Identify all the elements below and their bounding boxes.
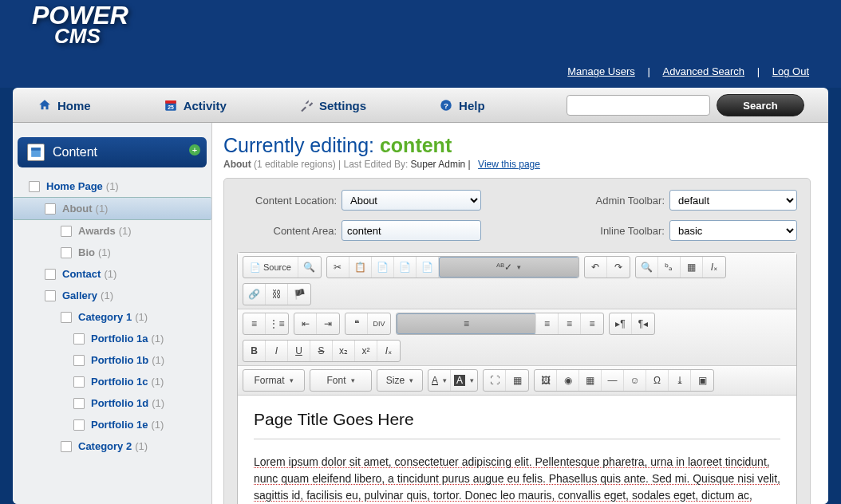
content-area-input[interactable] [342, 220, 481, 241]
smiley-button[interactable]: ☺ [624, 370, 646, 391]
sidebar-item-category-1[interactable]: Category 1 (1) [13, 306, 211, 328]
textcolor-button[interactable]: A [428, 370, 451, 391]
sidebar-item-home-page[interactable]: Home Page (1) [13, 175, 211, 197]
page-icon [73, 398, 85, 409]
strike-button[interactable]: S [310, 341, 333, 361]
page-icon [45, 269, 56, 280]
inline-toolbar-select[interactable]: basic [669, 220, 797, 241]
link-button[interactable]: 🔗 [243, 284, 266, 305]
undo-button[interactable]: ↶ [585, 257, 607, 278]
flash-button[interactable]: ◉ [557, 370, 579, 391]
paste-text-button[interactable]: 📄 [394, 257, 417, 278]
nav-activity[interactable]: 25 Activity [163, 97, 227, 113]
sidebar-item-portfolio-1b[interactable]: Portfolio 1b (1) [13, 349, 211, 371]
find-button[interactable]: 🔍 [636, 257, 658, 278]
calendar-icon: 25 [163, 97, 179, 113]
home-icon [37, 97, 53, 113]
superscript-button[interactable]: x² [355, 341, 377, 361]
page-icon [73, 419, 85, 431]
nav-home[interactable]: Home [37, 97, 91, 113]
page-icon [73, 355, 85, 366]
view-page-link[interactable]: View this page [478, 159, 540, 170]
sidebar-item-contact[interactable]: Contact (1) [13, 263, 211, 285]
italic-button[interactable]: I [266, 341, 288, 361]
preview-button[interactable]: 🔍 [298, 257, 321, 278]
iframe-button[interactable]: ▣ [691, 370, 713, 391]
removeformat-button[interactable]: Iₓ [703, 257, 725, 278]
sidebar-item-gallery[interactable]: Gallery (1) [13, 285, 211, 306]
alignjustify-button[interactable]: ≡ [581, 313, 603, 334]
sidebar-item-category-2[interactable]: Category 2 (1) [13, 435, 211, 457]
subscript-button[interactable]: x₂ [333, 341, 355, 361]
numlist-button[interactable]: ≡ [243, 313, 266, 334]
nav-settings[interactable]: Settings [298, 97, 366, 113]
page-subline: About (1 editable regions) | Last Edited… [223, 159, 811, 170]
paste-word-button[interactable]: 📄 [417, 257, 439, 278]
selectall-button[interactable]: ▦ [681, 257, 703, 278]
sidebar-item-bio[interactable]: Bio (1) [13, 242, 211, 263]
spellcheck-button[interactable]: ᴬᴮ✓ [439, 257, 578, 278]
manage-users-link[interactable]: Manage Users [567, 65, 635, 77]
redo-button[interactable]: ↷ [607, 257, 630, 278]
rtl-button[interactable]: ¶◂ [632, 313, 654, 334]
admin-toolbar-select[interactable]: default [669, 190, 797, 211]
sidebar-header-label: Content [53, 145, 97, 159]
nav-activity-label: Activity [184, 99, 227, 112]
sidebar-item-portfolio-1d[interactable]: Portfolio 1d (1) [13, 392, 211, 414]
alignright-button[interactable]: ≡ [559, 313, 581, 334]
underline-button[interactable]: U [288, 341, 310, 361]
ltr-button[interactable]: ▸¶ [610, 313, 632, 334]
help-icon: ? [438, 97, 454, 113]
hr-button[interactable]: — [602, 370, 624, 391]
copy-button[interactable]: 📋 [349, 257, 372, 278]
search-button[interactable]: Search [717, 94, 804, 116]
sidebar-item-portfolio-1c[interactable]: Portfolio 1c (1) [13, 371, 211, 392]
advanced-search-link[interactable]: Advanced Search [662, 65, 744, 77]
removeformat2-button[interactable]: Iₓ [377, 341, 400, 361]
sidebar-item-awards[interactable]: Awards (1) [13, 220, 211, 242]
outdent-button[interactable]: ⇤ [294, 313, 317, 334]
div-button[interactable]: DIV [368, 313, 390, 334]
aligncenter-button[interactable]: ≡ [536, 313, 559, 334]
content-location-select[interactable]: About [342, 190, 481, 211]
page-icon [61, 226, 72, 237]
table-button[interactable]: ▦ [579, 370, 602, 391]
search-input[interactable] [567, 95, 710, 116]
replace-button[interactable]: ᵇₐ [658, 257, 681, 278]
alignleft-button[interactable]: ≡ [397, 313, 536, 334]
image-button[interactable]: 🖼 [535, 370, 557, 391]
anchor-button[interactable]: 🏴 [288, 284, 310, 305]
sidebar-item-portfolio-1e[interactable]: Portfolio 1e (1) [13, 414, 211, 435]
specialchar-button[interactable]: Ω [646, 370, 669, 391]
content-body[interactable]: Lorem ipsum dolor sit amet, consectetuer… [254, 454, 780, 504]
unlink-button[interactable]: ⛓ [266, 284, 288, 305]
svg-text:?: ? [444, 101, 448, 110]
indent-button[interactable]: ⇥ [317, 313, 339, 334]
size-dropdown[interactable]: Size [377, 370, 422, 391]
sidebar-item-about[interactable]: About (1) [13, 197, 211, 220]
editor-content[interactable]: Page Title Goes Here Lorem ipsum dolor s… [238, 396, 796, 504]
page-icon [61, 441, 72, 452]
nav-help-label: Help [459, 99, 485, 112]
page-icon [45, 290, 56, 301]
blockquote-button[interactable]: ❝ [345, 313, 368, 334]
font-dropdown[interactable]: Font [310, 370, 371, 391]
sidebar-item-portfolio-1a[interactable]: Portfolio 1a (1) [13, 328, 211, 349]
bgcolor-button[interactable]: A [451, 370, 477, 391]
separator: | [647, 65, 650, 77]
nav-help[interactable]: ? Help [438, 97, 485, 113]
paste-button[interactable]: 📄 [372, 257, 394, 278]
content-title[interactable]: Page Title Goes Here [254, 410, 780, 439]
format-dropdown[interactable]: Format [243, 370, 304, 391]
pagebreak-button[interactable]: ⤓ [669, 370, 691, 391]
bullist-button[interactable]: ⋮≡ [266, 313, 288, 334]
add-content-button[interactable]: + [189, 144, 200, 156]
logout-link[interactable]: Log Out [772, 65, 809, 77]
showblocks-button[interactable]: ▦ [506, 370, 528, 391]
maximize-button[interactable]: ⛶ [484, 370, 506, 391]
bold-button[interactable]: B [243, 341, 266, 361]
svg-rect-6 [31, 148, 41, 151]
svg-text:25: 25 [168, 104, 174, 110]
cut-button[interactable]: ✂ [327, 257, 349, 278]
source-button[interactable]: 📄 Source [243, 257, 298, 278]
